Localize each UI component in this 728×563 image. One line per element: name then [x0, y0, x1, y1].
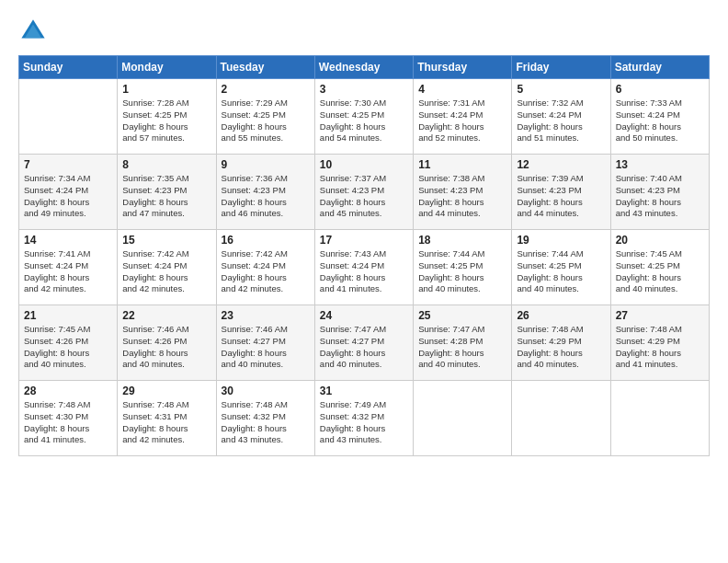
- day-number: 11: [418, 158, 506, 171]
- day-detail: Sunrise: 7:42 AM Sunset: 4:24 PM Dayligh…: [222, 248, 310, 295]
- day-number: 8: [122, 158, 210, 171]
- calendar-day-header: Thursday: [414, 56, 512, 79]
- day-detail: Sunrise: 7:41 AM Sunset: 4:24 PM Dayligh…: [24, 248, 112, 295]
- day-detail: Sunrise: 7:44 AM Sunset: 4:25 PM Dayligh…: [418, 248, 506, 295]
- day-detail: Sunrise: 7:29 AM Sunset: 4:25 PM Dayligh…: [222, 98, 310, 144]
- calendar-cell: [610, 381, 709, 456]
- day-detail: Sunrise: 7:32 AM Sunset: 4:24 PM Dayligh…: [517, 98, 605, 144]
- day-number: 29: [122, 385, 210, 397]
- day-number: 27: [616, 309, 704, 322]
- page: SundayMondayTuesdayWednesdayThursdayFrid…: [0, 0, 728, 563]
- calendar-day-header: Sunday: [19, 56, 118, 79]
- day-detail: Sunrise: 7:28 AM Sunset: 4:25 PM Dayligh…: [122, 98, 210, 144]
- logo: [18, 17, 51, 46]
- day-detail: Sunrise: 7:47 AM Sunset: 4:27 PM Dayligh…: [320, 324, 408, 371]
- calendar-week-row: 21Sunrise: 7:45 AM Sunset: 4:26 PM Dayli…: [19, 305, 710, 381]
- day-number: 22: [122, 309, 210, 322]
- day-number: 17: [320, 234, 408, 247]
- day-number: 10: [320, 158, 408, 171]
- day-number: 7: [24, 158, 112, 171]
- calendar-cell: 19Sunrise: 7:44 AM Sunset: 4:25 PM Dayli…: [512, 230, 610, 305]
- calendar-week-row: 28Sunrise: 7:48 AM Sunset: 4:30 PM Dayli…: [19, 381, 710, 456]
- calendar-cell: 4Sunrise: 7:31 AM Sunset: 4:24 PM Daylig…: [414, 79, 512, 155]
- day-number: 25: [418, 309, 506, 322]
- calendar-cell: 13Sunrise: 7:40 AM Sunset: 4:23 PM Dayli…: [610, 155, 709, 230]
- day-number: 1: [122, 83, 210, 96]
- calendar-cell: [512, 381, 610, 456]
- calendar-cell: 26Sunrise: 7:48 AM Sunset: 4:29 PM Dayli…: [512, 305, 610, 381]
- calendar-cell: 23Sunrise: 7:46 AM Sunset: 4:27 PM Dayli…: [216, 305, 314, 381]
- calendar-cell: [414, 381, 512, 456]
- day-number: 14: [24, 234, 112, 247]
- day-number: 26: [517, 309, 605, 322]
- day-number: 6: [616, 83, 704, 96]
- day-detail: Sunrise: 7:48 AM Sunset: 4:30 PM Dayligh…: [24, 399, 112, 446]
- calendar-cell: 15Sunrise: 7:42 AM Sunset: 4:24 PM Dayli…: [118, 230, 216, 305]
- calendar-day-header: Friday: [512, 56, 610, 79]
- day-detail: Sunrise: 7:30 AM Sunset: 4:25 PM Dayligh…: [320, 98, 408, 144]
- day-detail: Sunrise: 7:38 AM Sunset: 4:23 PM Dayligh…: [418, 173, 506, 220]
- calendar-cell: 21Sunrise: 7:45 AM Sunset: 4:26 PM Dayli…: [19, 305, 118, 381]
- day-detail: Sunrise: 7:39 AM Sunset: 4:23 PM Dayligh…: [517, 173, 605, 220]
- calendar-day-header: Wednesday: [314, 56, 413, 79]
- calendar-cell: 25Sunrise: 7:47 AM Sunset: 4:28 PM Dayli…: [414, 305, 512, 381]
- day-number: 20: [616, 234, 704, 247]
- calendar-cell: 11Sunrise: 7:38 AM Sunset: 4:23 PM Dayli…: [414, 155, 512, 230]
- calendar-header-row: SundayMondayTuesdayWednesdayThursdayFrid…: [19, 56, 710, 79]
- day-number: 31: [320, 385, 408, 397]
- day-number: 3: [320, 83, 408, 96]
- day-detail: Sunrise: 7:48 AM Sunset: 4:29 PM Dayligh…: [517, 324, 605, 371]
- logo-icon: [18, 17, 48, 46]
- day-number: 12: [517, 158, 605, 171]
- day-number: 18: [418, 234, 506, 247]
- day-number: 9: [222, 158, 310, 171]
- day-number: 24: [320, 309, 408, 322]
- day-detail: Sunrise: 7:44 AM Sunset: 4:25 PM Dayligh…: [517, 248, 605, 295]
- calendar-cell: 16Sunrise: 7:42 AM Sunset: 4:24 PM Dayli…: [216, 230, 314, 305]
- day-number: 2: [222, 83, 310, 96]
- calendar-cell: 29Sunrise: 7:48 AM Sunset: 4:31 PM Dayli…: [118, 381, 216, 456]
- day-detail: Sunrise: 7:31 AM Sunset: 4:24 PM Dayligh…: [418, 98, 506, 144]
- calendar-cell: 31Sunrise: 7:49 AM Sunset: 4:32 PM Dayli…: [314, 381, 413, 456]
- day-detail: Sunrise: 7:49 AM Sunset: 4:32 PM Dayligh…: [320, 399, 408, 446]
- calendar-cell: 7Sunrise: 7:34 AM Sunset: 4:24 PM Daylig…: [19, 155, 118, 230]
- calendar-week-row: 14Sunrise: 7:41 AM Sunset: 4:24 PM Dayli…: [19, 230, 710, 305]
- day-detail: Sunrise: 7:48 AM Sunset: 4:32 PM Dayligh…: [222, 399, 310, 446]
- day-detail: Sunrise: 7:45 AM Sunset: 4:26 PM Dayligh…: [24, 324, 112, 371]
- day-detail: Sunrise: 7:33 AM Sunset: 4:24 PM Dayligh…: [616, 98, 704, 144]
- calendar-table: SundayMondayTuesdayWednesdayThursdayFrid…: [18, 55, 710, 456]
- day-number: 23: [222, 309, 310, 322]
- day-detail: Sunrise: 7:47 AM Sunset: 4:28 PM Dayligh…: [418, 324, 506, 371]
- day-detail: Sunrise: 7:40 AM Sunset: 4:23 PM Dayligh…: [616, 173, 704, 220]
- calendar-week-row: 7Sunrise: 7:34 AM Sunset: 4:24 PM Daylig…: [19, 155, 710, 230]
- day-detail: Sunrise: 7:45 AM Sunset: 4:25 PM Dayligh…: [616, 248, 704, 295]
- calendar-cell: 3Sunrise: 7:30 AM Sunset: 4:25 PM Daylig…: [314, 79, 413, 155]
- calendar-cell: 12Sunrise: 7:39 AM Sunset: 4:23 PM Dayli…: [512, 155, 610, 230]
- day-number: 15: [122, 234, 210, 247]
- calendar-day-header: Saturday: [610, 56, 709, 79]
- header: [18, 17, 710, 46]
- calendar-week-row: 1Sunrise: 7:28 AM Sunset: 4:25 PM Daylig…: [19, 79, 710, 155]
- calendar-cell: 5Sunrise: 7:32 AM Sunset: 4:24 PM Daylig…: [512, 79, 610, 155]
- calendar-cell: 20Sunrise: 7:45 AM Sunset: 4:25 PM Dayli…: [610, 230, 709, 305]
- calendar-cell: 28Sunrise: 7:48 AM Sunset: 4:30 PM Dayli…: [19, 381, 118, 456]
- day-detail: Sunrise: 7:46 AM Sunset: 4:27 PM Dayligh…: [222, 324, 310, 371]
- calendar-cell: 2Sunrise: 7:29 AM Sunset: 4:25 PM Daylig…: [216, 79, 314, 155]
- day-number: 5: [517, 83, 605, 96]
- calendar-day-header: Monday: [118, 56, 216, 79]
- day-detail: Sunrise: 7:42 AM Sunset: 4:24 PM Dayligh…: [122, 248, 210, 295]
- calendar-cell: 6Sunrise: 7:33 AM Sunset: 4:24 PM Daylig…: [610, 79, 709, 155]
- day-number: 4: [418, 83, 506, 96]
- day-number: 16: [222, 234, 310, 247]
- calendar-cell: 10Sunrise: 7:37 AM Sunset: 4:23 PM Dayli…: [314, 155, 413, 230]
- calendar-cell: 30Sunrise: 7:48 AM Sunset: 4:32 PM Dayli…: [216, 381, 314, 456]
- calendar-cell: 9Sunrise: 7:36 AM Sunset: 4:23 PM Daylig…: [216, 155, 314, 230]
- day-detail: Sunrise: 7:36 AM Sunset: 4:23 PM Dayligh…: [222, 173, 310, 220]
- calendar-cell: 18Sunrise: 7:44 AM Sunset: 4:25 PM Dayli…: [414, 230, 512, 305]
- day-detail: Sunrise: 7:48 AM Sunset: 4:31 PM Dayligh…: [122, 399, 210, 446]
- day-detail: Sunrise: 7:37 AM Sunset: 4:23 PM Dayligh…: [320, 173, 408, 220]
- day-detail: Sunrise: 7:48 AM Sunset: 4:29 PM Dayligh…: [616, 324, 704, 371]
- calendar-cell: 8Sunrise: 7:35 AM Sunset: 4:23 PM Daylig…: [118, 155, 216, 230]
- calendar-cell: 14Sunrise: 7:41 AM Sunset: 4:24 PM Dayli…: [19, 230, 118, 305]
- day-detail: Sunrise: 7:35 AM Sunset: 4:23 PM Dayligh…: [122, 173, 210, 220]
